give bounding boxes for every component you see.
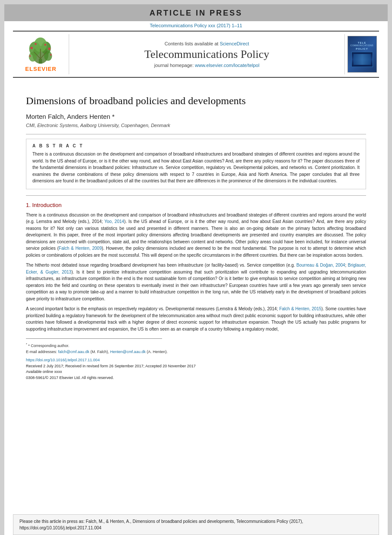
- abstract-text: There is a continuous discussion on the …: [32, 151, 360, 185]
- contents-text: Contents lists available at: [165, 41, 220, 46]
- svg-point-10: [30, 47, 33, 49]
- available-online: Available online xxxx: [26, 369, 366, 375]
- falch-henten-2009-link[interactable]: Falch & Henten, 2009: [59, 246, 102, 251]
- homepage-line: journal homepage: www.elsevier.com/locat…: [154, 63, 259, 68]
- homepage-text: journal homepage:: [154, 63, 195, 68]
- received-info: Received 2 July 2017; Received in revise…: [26, 363, 366, 369]
- copyright: 0308-5961/© 2017 Elsevier Ltd. All right…: [26, 375, 366, 381]
- journal-cover-image: TELE COMMUNICATIONS POLICY: [347, 36, 377, 73]
- intro-paragraph-3: A second important factor is the emphasi…: [26, 306, 366, 332]
- section-intro-title: 1. Introduction: [26, 202, 366, 208]
- journal-ref-line: Telecommunications Policy xxx (2017) 1–1…: [4, 21, 388, 31]
- svg-point-15: [50, 54, 52, 55]
- contents-line: Contents lists available at ScienceDirec…: [165, 41, 249, 46]
- citation-box: Please cite this article in press as: Fa…: [13, 514, 379, 535]
- authors: Morten Falch, Anders Henten *: [26, 113, 366, 120]
- svg-point-14: [29, 55, 31, 57]
- falch-henten-2015-link[interactable]: Falch & Henten, 2015: [279, 306, 321, 311]
- svg-point-11: [35, 43, 37, 45]
- email-henten[interactable]: Henten@cmf.aau.dk: [110, 350, 146, 354]
- footnote-divider: [26, 338, 162, 339]
- abstract-title: A B S T R A C T: [32, 143, 360, 148]
- yoo-2014-link[interactable]: Yoo, 2014: [105, 219, 124, 224]
- svg-point-12: [44, 44, 46, 46]
- journal-cover-section: TELE COMMUNICATIONS POLICY: [344, 34, 379, 74]
- elsevier-tree-icon: [22, 37, 59, 65]
- doi-area: https://doi.org/10.1016/j.telpol.2017.11…: [26, 357, 366, 381]
- journal-ref-link[interactable]: Telecommunications Policy xxx (2017) 1–1…: [150, 23, 242, 28]
- banner-text: ARTICLE IN PRESS: [150, 9, 242, 17]
- paper-title: Dimensions of broadband policies and dev…: [26, 94, 366, 108]
- elsevier-brand-label: ELSEVIER: [25, 66, 56, 72]
- sciencedirect-link[interactable]: ScienceDirect: [220, 41, 249, 46]
- page: ARTICLE IN PRESS Telecommunications Poli…: [4, 4, 388, 535]
- journal-header: ELSEVIER Contents lists available at Sci…: [13, 31, 379, 78]
- corresponding-note: * * Corresponding author.: [26, 342, 366, 349]
- authors-text: Morten Falch, Anders Henten *: [26, 113, 115, 120]
- citation-text: Please cite this article in press as: Fa…: [19, 519, 303, 530]
- abstract-divider: [26, 195, 366, 196]
- svg-point-13: [48, 48, 51, 50]
- abstract-section: A B S T R A C T There is a continuous di…: [26, 139, 366, 189]
- bourreau-dogan-link[interactable]: Bourreau & Doğan, 2004: [296, 263, 345, 268]
- journal-header-center: Contents lists available at ScienceDirec…: [69, 34, 344, 74]
- main-content: Dimensions of broadband policies and dev…: [4, 78, 388, 510]
- intro-paragraph-2: The hitherto most debated issue regardin…: [26, 262, 366, 302]
- intro-paragraph-1: There is a continuous discussion on the …: [26, 212, 366, 259]
- footnote-area: * * Corresponding author. E-mail address…: [26, 342, 366, 355]
- affiliation: CMI, Electronic Systems, Aalborg Univers…: [26, 123, 366, 128]
- email-note: E-mail addresses: falch@cmf.aau.dk (M. F…: [26, 349, 366, 355]
- journal-title-header: Telecommunications Policy: [144, 48, 269, 61]
- homepage-link[interactable]: www.elsevier.com/locate/telpol: [195, 63, 259, 68]
- doi-link[interactable]: https://doi.org/10.1016/j.telpol.2017.11…: [26, 358, 100, 362]
- email-falch[interactable]: falch@cmf.aau.dk: [58, 350, 89, 354]
- article-in-press-banner: ARTICLE IN PRESS: [4, 4, 388, 21]
- elsevier-logo-section: ELSEVIER: [13, 34, 69, 74]
- title-divider: [26, 134, 366, 134]
